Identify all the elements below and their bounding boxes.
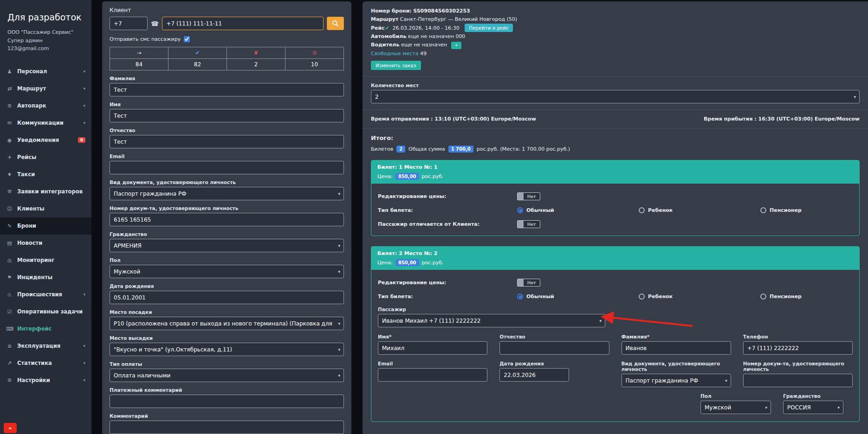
- sidebar-item-trips[interactable]: ✈ Рейсы: [0, 149, 91, 166]
- passenger-last-name-field: Фамилия*: [622, 334, 731, 355]
- booking-number: SS09084560302253: [413, 8, 470, 14]
- sidebar-item-bookings[interactable]: ✎ Брони: [0, 217, 91, 235]
- last-name-field: Фамилия: [110, 76, 344, 96]
- sidebar-item-route[interactable]: ⇄ Маршрут ▾: [0, 80, 91, 97]
- ticket-2-type-radio-senior[interactable]: Пенсионер: [760, 294, 853, 300]
- app: Для разработок ООО "Пассажир Сервис" Суп…: [0, 0, 868, 434]
- ticket-1-title: Билет: 1 Место №: 1: [377, 164, 853, 170]
- total-sum-badge: 1 700,0: [448, 146, 473, 153]
- field-label: Email: [110, 153, 344, 159]
- dropoff-select[interactable]: "Вкусно и точка" (ул.Октябрьская, д.11): [110, 343, 344, 356]
- field-label: Место высадки: [110, 335, 344, 341]
- passenger-doc-number-input[interactable]: [743, 374, 853, 387]
- email-input[interactable]: [110, 161, 344, 174]
- field-label: Тип оплаты: [110, 361, 344, 367]
- sidebar-item-incidents[interactable]: ⚑ Инциденты: [0, 269, 91, 286]
- person-icon: ☺: [6, 206, 13, 212]
- payment-comment-field: Платежный комментарий: [110, 387, 344, 408]
- pickup-select[interactable]: P10 (расположена справа от выхода из нов…: [110, 317, 344, 330]
- sidebar-item-monitoring[interactable]: ◎ Мониторинг: [0, 252, 91, 269]
- passenger-first-name-input[interactable]: [378, 341, 487, 355]
- price-edit-row: Редактирование цены: Нет: [378, 279, 853, 287]
- pickup-field: Место посадки P10 (расположена справа от…: [110, 309, 344, 330]
- ticket-2-price-edit-toggle[interactable]: Нет: [517, 279, 540, 287]
- doc-type-select[interactable]: Паспорт гражданина РФ: [110, 187, 344, 200]
- search-button[interactable]: [327, 17, 344, 30]
- last-name-input[interactable]: [110, 83, 344, 96]
- passenger-email-input[interactable]: [378, 368, 487, 382]
- sidebar-item-settings[interactable]: ⚙ Настройки ▾: [0, 372, 91, 389]
- sms-row: Отправить смс пассажиру: [110, 36, 344, 42]
- field-label: Дата рождения: [110, 283, 344, 289]
- sidebar-item-taxi[interactable]: ♦ Такси: [0, 166, 91, 183]
- goto-trip-button[interactable]: Перейти в рейс: [465, 24, 513, 32]
- sidebar-item-operations[interactable]: ≡ Эксплуатация ▾: [0, 338, 91, 355]
- ticket-2-type-radio-child[interactable]: Ребенок: [639, 294, 760, 300]
- passenger-citizenship-select[interactable]: РОССИЯ: [783, 401, 843, 414]
- passenger-birth-date-input[interactable]: [499, 368, 569, 382]
- ticket-2-type-radio-regular[interactable]: Обычный: [517, 294, 639, 300]
- middle-name-input[interactable]: [110, 135, 344, 148]
- citizenship-select[interactable]: АРМЕНИЯ: [110, 239, 344, 252]
- chevron-down-icon: ▾: [83, 292, 85, 297]
- passenger-middle-name-input[interactable]: [499, 341, 609, 355]
- free-seats-link[interactable]: Свободные места: [371, 51, 418, 57]
- chevron-down-icon: ▾: [83, 69, 85, 74]
- sidebar-item-news[interactable]: ▤ Новости: [0, 235, 91, 252]
- flag-icon: ⚑: [6, 274, 13, 281]
- ticket-type-row: Тип билета: Обычный Ребенок Пенсионер: [378, 207, 853, 213]
- chevron-down-icon: ▾: [83, 344, 85, 348]
- phone-code-input[interactable]: [110, 17, 148, 30]
- sidebar-item-fleet[interactable]: ⚙ Автопарк ▾: [0, 97, 91, 115]
- sidebar-item-communications[interactable]: ✉ Коммуникации ▾: [0, 115, 91, 132]
- total-row: Билетов 2 Общая сумма 1 700,0 рос.руб. (…: [371, 146, 860, 153]
- payment-comment-input[interactable]: [110, 395, 344, 408]
- driver-line: Водитель еще не назначен +: [371, 41, 860, 49]
- birth-date-input[interactable]: [110, 291, 344, 304]
- payment-type-select[interactable]: Оплата наличными: [110, 369, 344, 382]
- passenger-select[interactable]: Иванов Михаил +7 (111) 2222222: [378, 314, 605, 327]
- news-icon: ▤: [6, 240, 13, 246]
- ticket-1-type-radio-regular[interactable]: Обычный: [517, 207, 639, 213]
- ticket-1-type-radio-child[interactable]: Ребенок: [639, 207, 760, 213]
- driver-status: еще не назначен: [401, 42, 447, 48]
- toggle-knob: [518, 279, 524, 286]
- divider: [363, 109, 868, 110]
- sidebar-item-statistics[interactable]: ↗ Статистика ▾: [0, 355, 91, 372]
- gender-select[interactable]: Мужской: [110, 265, 344, 278]
- sms-checkbox[interactable]: [184, 36, 190, 42]
- sidebar-item-accidents[interactable]: ⚠ Происшествия ▾: [0, 286, 91, 303]
- stat-value-confirmed: 82: [168, 59, 227, 70]
- sidebar-item-clients[interactable]: ☺ Клиенты: [0, 200, 91, 217]
- toggle-knob: [518, 193, 524, 200]
- sidebar-header: Для разработок ООО "Пассажир Сервис" Суп…: [0, 0, 91, 57]
- ticket-1-price-line: Цена: 850,00 рос.руб.: [377, 173, 853, 180]
- comment-input[interactable]: [110, 421, 344, 434]
- ticket-1-type-radio-senior[interactable]: Пенсионер: [760, 207, 853, 213]
- passenger-doc-type-select[interactable]: Паспорт гражданина РФ: [622, 374, 731, 387]
- sidebar-item-interface[interactable]: ⌨ Интерфейс: [0, 320, 91, 338]
- seats-count-select[interactable]: 2: [371, 90, 860, 103]
- edit-order-button[interactable]: Изменить заказ: [371, 61, 421, 70]
- sidebar-item-notifications[interactable]: ◉ Уведомления 0: [0, 132, 91, 149]
- sidebar-item-operational-tasks[interactable]: ☑ Оперативные задачи: [0, 303, 91, 320]
- bell-icon: ◉: [6, 137, 13, 143]
- client-phone-input[interactable]: [162, 17, 324, 30]
- org-name: ООО "Пассажир Сервис": [7, 28, 84, 37]
- sidebar-item-integrator-requests[interactable]: ⚒ Заявки интеграторов: [0, 183, 91, 200]
- ticket-1-price-badge: 850,00: [395, 173, 419, 180]
- sidebar-item-personal[interactable]: ♟ Персонал ▾: [0, 63, 91, 80]
- client-panel-title: Клиент: [110, 7, 344, 13]
- ticket-1-passenger-differs-toggle[interactable]: Нет: [517, 220, 540, 228]
- ticket-1-price-edit-toggle[interactable]: Нет: [517, 192, 540, 200]
- doc-number-input[interactable]: [110, 213, 344, 226]
- passenger-last-name-input[interactable]: [622, 341, 731, 355]
- field-label: Гражданство: [110, 231, 344, 237]
- free-seats-line: Свободные места 49: [371, 50, 860, 57]
- passenger-phone-input[interactable]: [743, 341, 853, 355]
- field-label: Комментарий: [110, 413, 344, 419]
- assign-driver-button[interactable]: +: [451, 42, 461, 49]
- passenger-email-field: Email: [378, 361, 487, 387]
- passenger-gender-select[interactable]: Мужской: [700, 401, 771, 414]
- first-name-input[interactable]: [110, 109, 344, 122]
